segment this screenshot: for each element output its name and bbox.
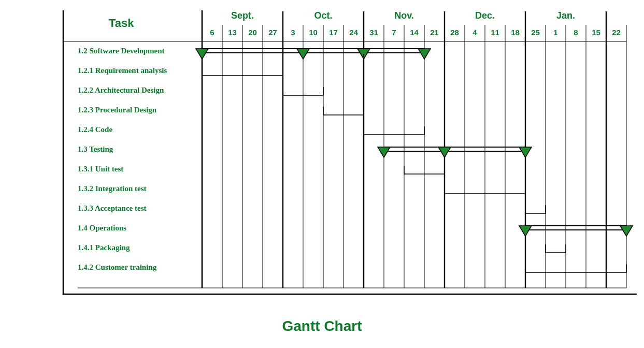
- task-label: 1.2.1 Requirement analysis: [78, 66, 167, 75]
- svg-marker-27: [196, 49, 208, 59]
- task-label: 1.2 Software Development: [78, 47, 165, 55]
- week-label: 28: [448, 28, 462, 37]
- week-label: 21: [427, 28, 442, 37]
- task-label: 1.4.1 Packaging: [78, 243, 130, 252]
- month-label: Oct.: [308, 10, 339, 21]
- week-label: 10: [306, 28, 321, 37]
- svg-marker-39: [620, 226, 633, 236]
- task-label: 1.2.3 Procedural Design: [78, 106, 156, 114]
- svg-marker-38: [519, 226, 532, 236]
- task-label: 1.4 Operations: [78, 224, 126, 233]
- task-label: 1.3.1 Unit test: [78, 165, 123, 173]
- week-label: 14: [407, 28, 422, 37]
- task-label: 1.2.4 Code: [78, 125, 112, 134]
- week-label: 6: [205, 28, 220, 37]
- week-label: 25: [528, 28, 543, 37]
- svg-marker-30: [418, 49, 431, 59]
- week-label: 27: [266, 28, 280, 37]
- task-label: 1.3.3 Acceptance test: [78, 204, 146, 213]
- svg-marker-28: [297, 49, 309, 59]
- week-label: 4: [468, 28, 482, 37]
- task-column-header: Task: [109, 17, 134, 30]
- gantt-chart-container: Task Sept.Oct.Nov.Dec.Jan. 6132027310172…: [0, 0, 644, 348]
- chart-title: Gantt Chart: [0, 318, 644, 335]
- week-label: 20: [246, 28, 260, 37]
- week-label: 15: [589, 28, 604, 37]
- month-label: Dec.: [469, 10, 500, 21]
- week-label: 1: [549, 28, 563, 37]
- month-label: Sept.: [227, 10, 258, 21]
- week-label: 8: [569, 28, 583, 37]
- week-label: 22: [609, 28, 624, 37]
- svg-marker-34: [438, 147, 451, 157]
- week-label: 18: [508, 28, 523, 37]
- week-label: 24: [347, 28, 361, 37]
- month-label: Jan.: [550, 10, 581, 21]
- svg-marker-33: [378, 147, 390, 157]
- week-label: 13: [225, 28, 240, 37]
- svg-marker-35: [519, 147, 532, 157]
- week-label: 17: [326, 28, 341, 37]
- task-label: 1.4.2 Customer training: [78, 263, 156, 272]
- month-label: Nov.: [389, 10, 420, 21]
- week-label: 3: [286, 28, 300, 37]
- task-label: 1.2.2 Architectural Design: [78, 86, 164, 95]
- task-label: 1.3 Testing: [78, 145, 113, 154]
- week-label: 11: [488, 28, 503, 37]
- task-label: 1.3.2 Integration test: [78, 184, 146, 193]
- week-label: 31: [367, 28, 381, 37]
- week-label: 7: [387, 28, 402, 37]
